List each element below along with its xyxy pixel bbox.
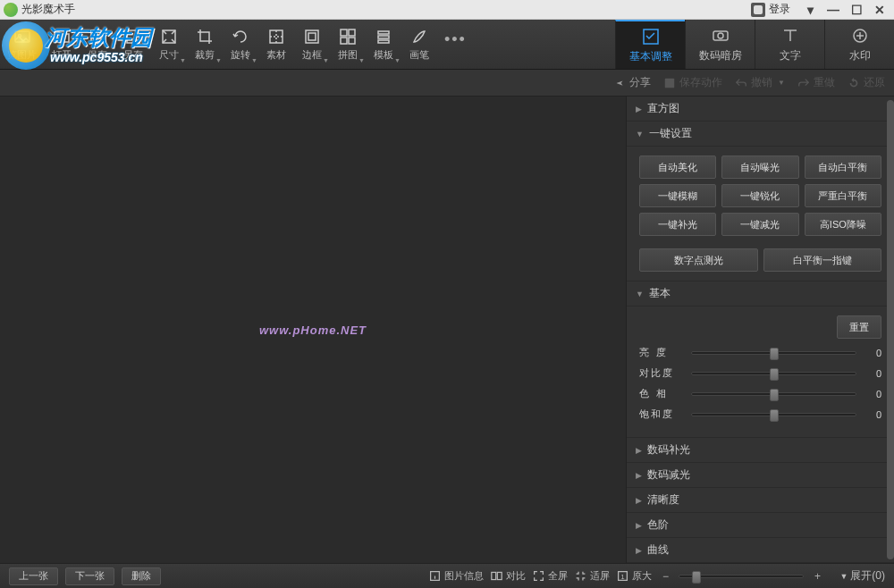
svg-rect-5 xyxy=(270,30,283,43)
svg-rect-6 xyxy=(306,30,318,43)
slider-thumb[interactable] xyxy=(770,389,779,401)
delete-button[interactable]: 删除 xyxy=(122,567,161,585)
zoom-out-button[interactable]: − xyxy=(659,570,671,583)
tool-browse[interactable]: 览图片 xyxy=(0,20,44,69)
canvas-area[interactable]: www.pHome.NET xyxy=(0,97,626,563)
slider-thumb[interactable] xyxy=(770,368,779,381)
compare-button[interactable]: 对比 xyxy=(491,569,526,583)
save-icon xyxy=(88,27,107,46)
caret-right-icon: ▶ xyxy=(636,446,642,455)
slider-label: 色相 xyxy=(639,387,684,400)
svg-point-14 xyxy=(718,33,723,38)
oneclick-btn[interactable]: 一键模糊 xyxy=(639,184,716,207)
chevron-down-icon: ▼ xyxy=(323,57,329,63)
caret-right-icon: ▶ xyxy=(636,521,642,530)
slider-thumb[interactable] xyxy=(770,348,779,360)
tool-saveas[interactable]: 另存 xyxy=(115,20,151,69)
tool-open[interactable]: 打开 xyxy=(44,20,80,69)
slider-track[interactable] xyxy=(691,351,856,355)
oneclick-btn[interactable]: 一键补光 xyxy=(639,213,716,236)
slider-track[interactable] xyxy=(691,392,856,396)
fitscreen-button[interactable]: 适屏 xyxy=(575,569,610,583)
slider-row: 饱和度 0 xyxy=(639,407,881,421)
share-button[interactable]: 分享 xyxy=(613,75,651,90)
right-panel-scrollbar[interactable] xyxy=(887,100,894,559)
tool-material[interactable]: 素材 xyxy=(258,20,294,69)
oneclick-extra-btn[interactable]: 白平衡一指键 xyxy=(763,248,882,272)
oneclick-btn[interactable]: 自动美化 xyxy=(639,155,716,179)
expand-button[interactable]: ▼ 展开(0) xyxy=(839,568,885,584)
tool-frame[interactable]: 边框▼ xyxy=(294,20,330,69)
tab-watermark[interactable]: 水印 xyxy=(824,20,894,69)
slider-track[interactable] xyxy=(691,413,856,416)
original-size-button[interactable]: 1 原大 xyxy=(617,569,652,583)
section-collapsed[interactable]: ▶色阶 xyxy=(627,513,894,538)
svg-rect-20 xyxy=(492,572,496,579)
tool-brush[interactable]: 画笔 xyxy=(401,20,437,69)
text-icon xyxy=(780,25,801,46)
tool-template[interactable]: 模板▼ xyxy=(366,20,401,69)
caret-right-icon: ▶ xyxy=(636,546,642,555)
undo-button[interactable]: 撤销▼ xyxy=(735,75,785,90)
oneclick-btn[interactable]: 自动白平衡 xyxy=(805,155,881,179)
oneclick-btn[interactable]: 严重白平衡 xyxy=(805,184,881,207)
next-image-button[interactable]: 下一张 xyxy=(65,567,114,585)
oneclick-extra-btn[interactable]: 数字点测光 xyxy=(639,248,758,272)
image-info-button[interactable]: 图片信息 xyxy=(429,569,484,583)
fullscreen-button[interactable]: 全屏 xyxy=(533,569,568,583)
tool-save[interactable]: 保存 xyxy=(80,20,115,69)
caret-down-icon: ▼ xyxy=(636,130,644,139)
tab-darkroom[interactable]: 数码暗房 xyxy=(685,20,755,69)
restore-button[interactable]: 还原 xyxy=(848,75,885,90)
tool-rotate[interactable]: 旋转▼ xyxy=(223,20,258,69)
slider-value: 0 xyxy=(864,368,881,379)
minimize-button[interactable]: — xyxy=(822,2,844,18)
section-collapsed[interactable]: ▶曲线 xyxy=(627,538,894,563)
material-icon xyxy=(266,27,286,46)
darkroom-icon xyxy=(710,25,731,46)
user-icon xyxy=(751,3,765,17)
svg-text:1: 1 xyxy=(621,573,625,581)
slider-label: 饱和度 xyxy=(639,407,684,421)
slider-track[interactable] xyxy=(691,372,856,375)
watermark-icon xyxy=(849,25,871,46)
crop-icon xyxy=(195,27,215,46)
caret-right-icon: ▶ xyxy=(636,471,642,480)
dropdown-window-button[interactable]: ▾ xyxy=(799,2,821,18)
window-controls: ▾ — ☐ ✕ xyxy=(799,2,890,18)
tab-text[interactable]: 文字 xyxy=(755,20,824,69)
section-collapsed[interactable]: ▶数码补光 xyxy=(627,438,894,463)
tool-crop[interactable]: 裁剪▼ xyxy=(187,20,223,69)
zoom-in-button[interactable]: + xyxy=(811,570,823,583)
tool-size[interactable]: 尺寸▼ xyxy=(151,20,187,69)
oneclick-btn[interactable]: 一键减光 xyxy=(721,213,798,236)
redo-button[interactable]: 重做 xyxy=(797,75,835,90)
section-histogram[interactable]: ▶ 直方图 xyxy=(627,97,894,122)
login-label: 登录 xyxy=(769,2,790,17)
slider-label: 对比度 xyxy=(639,366,684,380)
slider-thumb[interactable] xyxy=(770,409,779,422)
app-logo-icon xyxy=(4,3,18,17)
close-button[interactable]: ✕ xyxy=(869,2,890,18)
section-basic-head[interactable]: ▼ 基本 xyxy=(627,281,894,307)
section-collapsed[interactable]: ▶清晰度 xyxy=(627,488,894,513)
toolbar-more-button[interactable]: ••• xyxy=(437,20,474,69)
section-oneclick-head[interactable]: ▼ 一键设置 xyxy=(627,122,894,147)
caret-down-icon: ▼ xyxy=(636,290,644,298)
tab-basic[interactable]: 基本调整 xyxy=(615,20,685,69)
section-collapsed[interactable]: ▶数码减光 xyxy=(627,463,894,488)
oneclick-btn[interactable]: 自动曝光 xyxy=(721,155,798,179)
slider-row: 对比度 0 xyxy=(639,366,881,380)
reset-button[interactable]: 重置 xyxy=(837,315,881,339)
chevron-down-icon: ▼ xyxy=(180,57,186,63)
oneclick-btn[interactable]: 高ISO降噪 xyxy=(805,213,881,236)
tool-collage[interactable]: 拼图▼ xyxy=(330,20,366,69)
maximize-button[interactable]: ☐ xyxy=(846,2,867,18)
login-button[interactable]: 登录 xyxy=(751,2,790,17)
prev-image-button[interactable]: 上一张 xyxy=(9,567,58,585)
save-action-button[interactable]: 保存动作 xyxy=(663,75,722,90)
zoom-slider-thumb[interactable] xyxy=(692,571,701,584)
size-icon xyxy=(159,27,179,46)
zoom-slider[interactable] xyxy=(679,575,804,578)
oneclick-btn[interactable]: 一键锐化 xyxy=(721,184,798,207)
